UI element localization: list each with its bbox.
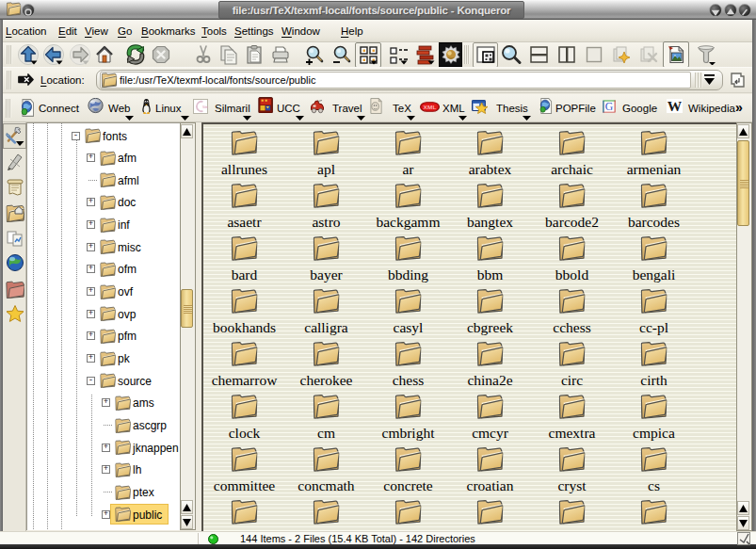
svg-text:W: W bbox=[668, 99, 682, 113]
svg-text:XML: XML bbox=[424, 105, 437, 110]
svg-text:G: G bbox=[605, 101, 614, 113]
svg-text:Silm: Silm bbox=[202, 105, 208, 109]
